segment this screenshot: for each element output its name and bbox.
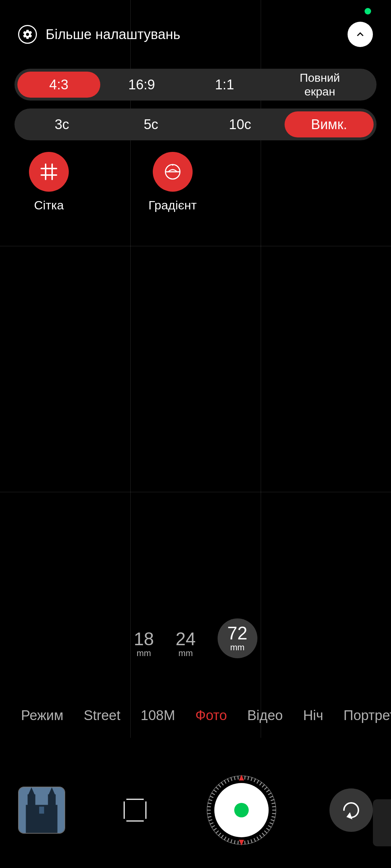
timer-10s[interactable]: 10с: [196, 111, 285, 137]
lens-24mm[interactable]: 24 mm: [176, 630, 196, 658]
svg-rect-11: [48, 794, 55, 822]
svg-line-68: [207, 813, 211, 814]
gradient-label: Градієнт: [148, 198, 197, 212]
timer-track: 3с 5с 10с Вимк.: [14, 109, 377, 140]
svg-line-60: [221, 835, 223, 838]
svg-rect-9: [28, 794, 35, 822]
svg-line-65: [210, 823, 213, 824]
lens-24-value: 24: [176, 630, 196, 648]
mode-108m[interactable]: 108M: [131, 708, 185, 723]
svg-marker-86: [348, 814, 351, 818]
timer-5s[interactable]: 5с: [106, 111, 196, 137]
lens-72mm[interactable]: 72 mm: [218, 618, 257, 658]
svg-rect-18: [144, 792, 147, 801]
svg-line-70: [207, 807, 211, 807]
svg-line-49: [257, 837, 258, 840]
svg-line-80: [227, 779, 229, 782]
lens-18mm[interactable]: 18 mm: [134, 630, 154, 658]
svg-line-50: [254, 838, 255, 842]
svg-line-43: [269, 823, 273, 824]
svg-line-59: [224, 837, 226, 840]
focus-button[interactable]: [117, 792, 153, 828]
aspect-ratio-track: 4:3 16:9 1:1 Повнийекран: [14, 69, 377, 101]
shutter-dot: [234, 803, 249, 817]
svg-line-25: [245, 776, 245, 780]
svg-rect-14: [124, 799, 146, 821]
svg-line-31: [262, 784, 265, 787]
svg-line-72: [209, 800, 212, 801]
aspect-16-9[interactable]: 16:9: [100, 72, 183, 98]
mode-video[interactable]: Відео: [237, 708, 293, 723]
settings-header: Більше налаштувань: [0, 22, 391, 47]
svg-line-67: [208, 817, 211, 817]
mode-rezhym[interactable]: Режим: [11, 708, 73, 723]
svg-line-52: [248, 840, 248, 844]
svg-rect-22: [144, 819, 147, 828]
svg-rect-16: [123, 792, 126, 801]
timer-3s[interactable]: 3с: [17, 111, 106, 137]
svg-line-76: [216, 787, 218, 790]
svg-line-58: [227, 838, 229, 842]
svg-line-61: [218, 833, 221, 835]
svg-line-66: [209, 820, 212, 821]
shutter-container: // Ticks drawn in SVG: [205, 774, 278, 846]
status-indicator: [365, 8, 371, 14]
svg-line-51: [251, 839, 252, 843]
svg-line-57: [231, 839, 232, 843]
camera-rotate-button[interactable]: [329, 788, 373, 832]
camera-switch-partial[interactable]: [373, 799, 391, 846]
svg-line-37: [272, 803, 275, 804]
svg-rect-20: [123, 819, 126, 828]
lens-24-unit: mm: [178, 648, 193, 658]
aspect-ratio-selector: 4:3 16:9 1:1 Повнийекран: [14, 69, 377, 101]
aspect-4-3[interactable]: 4:3: [17, 72, 100, 98]
svg-line-77: [218, 784, 221, 787]
lens-72-unit: mm: [230, 642, 245, 652]
svg-line-79: [224, 780, 226, 784]
svg-line-46: [264, 831, 267, 833]
svg-line-33: [266, 790, 269, 792]
grid-toggle[interactable]: Сітка: [29, 152, 69, 212]
svg-line-36: [270, 800, 274, 801]
svg-rect-13: [39, 807, 44, 813]
gallery-thumbnail[interactable]: [18, 787, 65, 834]
svg-line-56: [234, 840, 235, 844]
gradient-icon-circle[interactable]: [153, 152, 193, 192]
svg-line-35: [269, 796, 273, 797]
mode-bar: Режим Street 108M Фото Відео Ніч Портрет: [0, 708, 391, 723]
svg-line-28: [254, 779, 255, 782]
svg-line-45: [266, 828, 269, 830]
svg-line-53: [245, 841, 245, 844]
timer-off[interactable]: Вимк.: [285, 111, 374, 137]
grid-label: Сітка: [34, 198, 64, 212]
lens-selector: 18 mm 24 mm 72 mm: [0, 618, 391, 658]
svg-line-26: [248, 776, 248, 780]
gradient-toggle[interactable]: Градієнт: [148, 152, 197, 212]
svg-line-75: [214, 790, 216, 792]
mode-portrait[interactable]: Портрет: [333, 708, 391, 723]
shutter-button[interactable]: [214, 783, 269, 837]
collapse-button[interactable]: [348, 22, 373, 47]
svg-line-42: [270, 820, 274, 821]
aspect-fullscreen[interactable]: Повнийекран: [266, 72, 374, 98]
svg-line-41: [272, 817, 275, 817]
overlay-icons-section: Сітка Градієнт: [0, 152, 391, 212]
lens-active-background: 72 mm: [218, 618, 257, 658]
mode-photo[interactable]: Фото: [185, 708, 237, 723]
bottom-controls: // Ticks drawn in SVG: [0, 774, 391, 846]
svg-line-29: [257, 780, 258, 784]
svg-line-32: [264, 787, 267, 790]
gear-icon[interactable]: [18, 25, 37, 44]
mode-night[interactable]: Ніч: [293, 708, 333, 723]
mode-street[interactable]: Street: [73, 708, 130, 723]
svg-line-78: [221, 782, 223, 785]
lens-18-unit: mm: [136, 648, 151, 658]
svg-line-48: [260, 835, 262, 838]
lens-72-value: 72: [227, 624, 248, 642]
more-settings-title: Більше налаштувань: [46, 27, 180, 42]
grid-icon-circle[interactable]: [29, 152, 69, 192]
aspect-1-1[interactable]: 1:1: [183, 72, 266, 98]
svg-line-30: [260, 782, 262, 785]
svg-line-81: [231, 778, 232, 781]
timer-selector: 3с 5с 10с Вимк.: [14, 109, 377, 140]
